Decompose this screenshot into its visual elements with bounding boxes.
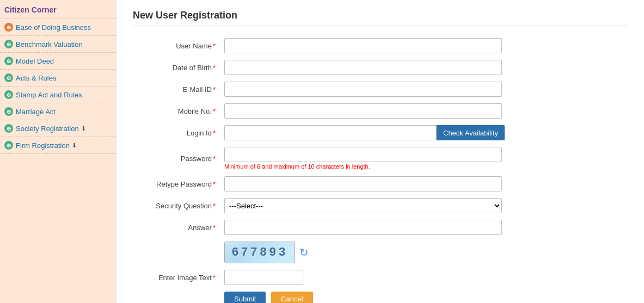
cancel-button[interactable]: Cancel: [271, 292, 312, 303]
sidebar-item-marriage-act[interactable]: ⊕ Marriage Act: [0, 103, 116, 120]
form-buttons-row: Submit Cancel: [133, 288, 568, 303]
email-input[interactable]: [224, 82, 502, 97]
sidebar-icon-society: ⊕: [4, 124, 13, 133]
sidebar-item-label: Stamp Act and Rules: [16, 91, 82, 99]
image-text-label: Enter Image Text*: [133, 267, 220, 288]
sidebar-icon-benchmark: ⊕: [4, 40, 13, 48]
answer-field-cell: [220, 217, 568, 238]
sidebar-item-model-deed[interactable]: ⊕ Model Deed: [0, 53, 116, 70]
image-text-input[interactable]: [224, 270, 303, 285]
security-question-field-cell: ---Select--- What is your mother's maide…: [220, 195, 568, 217]
download-icon-society: ⬇: [81, 125, 86, 132]
captcha-image: 677893: [224, 242, 295, 263]
buttons-cell: Submit Cancel: [220, 288, 568, 303]
mobile-label: Mobile No.*: [133, 100, 220, 122]
download-icon-firm: ⬇: [72, 142, 77, 149]
sidebar-item-label: Society Registration: [16, 125, 79, 133]
main-content: New User Registration User Name* Date of…: [116, 0, 644, 303]
security-question-row: Security Question* ---Select--- What is …: [133, 195, 568, 217]
answer-label: Answer*: [133, 217, 220, 238]
email-label: E-Mail ID*: [133, 78, 220, 100]
sidebar-item-label: Benchmark Valuation: [16, 40, 83, 48]
sidebar-item-benchmark-valuation[interactable]: ⊕ Benchmark Valuation: [0, 36, 116, 53]
sidebar-title: Citizen Corner: [0, 0, 116, 19]
captcha-image-cell: 677893 ↻: [220, 238, 568, 267]
image-text-field-cell: [220, 267, 568, 288]
sidebar-icon-stamp: ⊕: [4, 90, 13, 99]
buttons-label-empty: [133, 288, 220, 303]
sidebar-item-label: Firm Registration: [16, 141, 70, 150]
sidebar-item-acts-rules[interactable]: ⊕ Acts & Rules: [0, 70, 116, 86]
dob-row: Date of Birth*: [133, 57, 568, 78]
retype-password-field-cell: [220, 173, 568, 195]
sidebar-item-label: Marriage Act: [16, 108, 56, 116]
retype-password-row: Retype Password*: [133, 173, 568, 195]
refresh-captcha-icon[interactable]: ↻: [299, 246, 309, 259]
password-hint: Minimum of 6 and maximum of 10 character…: [224, 163, 564, 170]
sidebar: Citizen Corner ⊕ Ease of Doing Business …: [0, 0, 116, 303]
page-title: New User Registration: [133, 10, 628, 26]
image-text-row: Enter Image Text*: [133, 267, 568, 288]
password-label: Password*: [133, 144, 220, 173]
registration-form: User Name* Date of Birth* E-Mail ID*: [133, 35, 568, 303]
password-input[interactable]: [224, 147, 502, 162]
username-label: User Name*: [133, 35, 220, 57]
sidebar-item-label: Ease of Doing Business: [16, 23, 91, 32]
loginid-row: Login Id* Check Availability: [133, 122, 568, 144]
sidebar-icon-firm: ⊕: [4, 141, 13, 150]
email-row: E-Mail ID*: [133, 78, 568, 100]
sidebar-item-firm-registration[interactable]: ⊕ Firm Registration ⬇: [0, 137, 116, 154]
mobile-field-cell: [220, 100, 568, 122]
mobile-input[interactable]: [224, 103, 502, 119]
sidebar-icon-ease: ⊕: [4, 23, 13, 32]
loginid-field-cell: Check Availability: [220, 122, 568, 144]
loginid-input[interactable]: [224, 125, 437, 140]
sidebar-icon-marriage: ⊕: [4, 107, 13, 116]
username-field-cell: [220, 35, 568, 57]
sidebar-icon-model: ⊕: [4, 57, 13, 65]
loginid-input-group: Check Availability: [224, 125, 564, 140]
sidebar-item-society-registration[interactable]: ⊕ Society Registration ⬇: [0, 120, 116, 137]
password-row: Password* Minimum of 6 and maximum of 10…: [133, 144, 568, 173]
sidebar-item-stamp-act[interactable]: ⊕ Stamp Act and Rules: [0, 86, 116, 103]
sidebar-icon-acts: ⊕: [4, 73, 13, 82]
captcha-container: 677893 ↻: [224, 242, 564, 263]
username-input[interactable]: [224, 38, 502, 53]
captcha-label-empty: [133, 238, 220, 267]
retype-password-label: Retype Password*: [133, 173, 220, 195]
dob-label: Date of Birth*: [133, 57, 220, 78]
captcha-image-row: 677893 ↻: [133, 238, 568, 267]
submit-button[interactable]: Submit: [224, 292, 266, 303]
password-field-cell: Minimum of 6 and maximum of 10 character…: [220, 144, 568, 173]
loginid-label: Login Id*: [133, 122, 220, 144]
security-question-label: Security Question*: [133, 195, 220, 217]
email-field-cell: [220, 78, 568, 100]
sidebar-item-label: Model Deed: [16, 57, 54, 65]
dob-field-cell: [220, 57, 568, 78]
answer-input[interactable]: [224, 220, 502, 235]
username-row: User Name*: [133, 35, 568, 57]
answer-row: Answer*: [133, 217, 568, 238]
retype-password-input[interactable]: [224, 176, 502, 191]
captcha-text: 677893: [231, 246, 287, 259]
sidebar-item-ease-of-doing-business[interactable]: ⊕ Ease of Doing Business: [0, 19, 116, 36]
dob-input[interactable]: [224, 60, 502, 75]
security-question-select[interactable]: ---Select--- What is your mother's maide…: [224, 198, 502, 213]
check-availability-button[interactable]: Check Availability: [437, 125, 505, 140]
sidebar-item-label: Acts & Rules: [16, 74, 56, 82]
mobile-row: Mobile No.*: [133, 100, 568, 122]
